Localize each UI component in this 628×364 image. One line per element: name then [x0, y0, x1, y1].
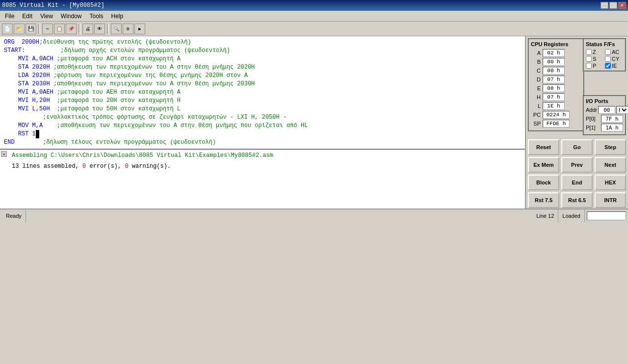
io-p1-value[interactable] [601, 124, 623, 131]
code-comment: ;δήλωση αρχής εντολών προγράμματος (ψευδ… [60, 47, 230, 55]
register-B-label: B [531, 59, 541, 65]
rst65-button[interactable]: Rst 6.5 [561, 192, 593, 208]
toolbar-copy[interactable]: 📋 [54, 24, 65, 34]
content-area: ORG 2000H;διεύθυνση της πρώτης εντολής (… [0, 36, 628, 208]
register-D-value[interactable] [543, 76, 565, 83]
register-PC-value[interactable] [543, 111, 570, 119]
end-button[interactable]: End [561, 175, 593, 190]
prev-button[interactable]: Prev [561, 157, 593, 173]
toolbar-open[interactable]: 📂 [14, 24, 25, 34]
toolbar-new[interactable]: 📄 [2, 24, 13, 34]
menu-help[interactable]: Help [107, 12, 128, 21]
register-D-row: D [531, 76, 581, 83]
register-E-value[interactable] [543, 84, 565, 92]
output-warnings-count: 0 [125, 163, 128, 170]
menu-edit[interactable]: Edit [18, 12, 36, 21]
flag-S-checkbox[interactable] [586, 56, 592, 62]
code-keyword: LDA 2020H [18, 72, 50, 80]
code-comment: ;φόρτωση των περιεχομένων της θέσης μνήμ… [53, 72, 248, 80]
flag-P-label[interactable]: P [586, 63, 604, 69]
register-SP-value[interactable] [543, 120, 570, 128]
editor-pane[interactable]: ORG 2000H;διεύθυνση της πρώτης εντολής (… [0, 36, 525, 150]
io-p0-value[interactable] [601, 115, 623, 123]
code-indent [4, 80, 18, 88]
flag-Z-label[interactable]: Z [586, 49, 604, 55]
flag-IE-checkbox[interactable] [605, 63, 611, 69]
code-comment: ;εναλλακτικός τρόπος φόρτωσης σε ζευγάρι… [43, 113, 287, 122]
toolbar-print[interactable]: 🖨 [82, 24, 93, 34]
register-E-row: E [531, 84, 581, 92]
left-area: ORG 2000H;διεύθυνση της πρώτης εντολής (… [0, 36, 525, 208]
code-comment: ;διεύθυνση της πρώτης εντολής (ψευδοεντο… [39, 38, 191, 47]
register-A-value[interactable] [543, 49, 565, 57]
next-button[interactable]: Next [595, 157, 626, 173]
status-ready-text: Ready [6, 213, 22, 219]
register-H-value[interactable] [543, 93, 565, 101]
close-button[interactable]: ✕ [618, 2, 626, 9]
intr-button[interactable]: INTR [595, 192, 626, 208]
minimize-button[interactable]: _ [601, 2, 608, 9]
register-B-value[interactable] [543, 58, 565, 66]
toolbar-cut[interactable]: ✂ [42, 24, 53, 34]
code-line-13: END ;δήλωση τέλους εντολών προγράμματος … [4, 138, 521, 147]
register-PC-row: PC [531, 111, 581, 119]
register-D-label: D [531, 77, 541, 82]
toolbar-find[interactable]: 🔍 [111, 24, 122, 34]
status-loaded: Loaded [558, 209, 585, 222]
toolbar-assemble[interactable]: ⚙ [123, 24, 133, 34]
code-comment: ;αποθήκευση των περιεχομένων του Α στην … [53, 63, 255, 72]
title-text: 8085 Virtual Kit - [My8085#2] [2, 2, 105, 9]
menu-window[interactable]: Window [57, 12, 86, 21]
code-spacing [50, 97, 57, 105]
flag-AC-label[interactable]: AC [605, 49, 623, 55]
flag-CY-label[interactable]: CY [605, 56, 623, 62]
menu-tools[interactable]: Tools [86, 12, 107, 21]
output-close-button[interactable]: ✕ [1, 151, 7, 157]
toolbar-paste[interactable]: 📌 [66, 24, 77, 34]
toolbar-print-preview[interactable]: 👁 [94, 24, 105, 34]
menu-file[interactable]: File [1, 12, 18, 21]
block-button[interactable]: Block [528, 175, 559, 190]
step-button[interactable]: Step [595, 139, 626, 155]
flag-IE-label[interactable]: IE [605, 63, 623, 69]
flag-Z-checkbox[interactable] [586, 49, 592, 55]
code-line-5: LDA 2020H ;φόρτωση των περιεχομένων της … [4, 72, 521, 80]
status-line-text: Line 12 [536, 213, 554, 219]
toolbar-save[interactable]: 💾 [26, 24, 36, 34]
output-errors-count: 0 [82, 163, 86, 170]
code-comment: ;δήλωση τέλους εντολών προγράμματος (ψευ… [43, 138, 216, 147]
flag-S-label[interactable]: S [586, 56, 604, 62]
io-p0-label: P[0] [586, 116, 600, 122]
register-E-label: E [531, 85, 541, 91]
code-line-1: ORG 2000H;διεύθυνση της πρώτης εντολής (… [4, 38, 521, 47]
register-L-label: L [531, 103, 541, 109]
go-button[interactable]: Go [561, 139, 593, 155]
io-addr-value[interactable] [598, 106, 615, 114]
code-spacing [50, 72, 53, 80]
code-line-8: MVI H,20H ;μεταφορά του 20Η στον καταχωρ… [4, 97, 521, 105]
register-C-value[interactable] [543, 67, 565, 75]
cursor [36, 130, 39, 138]
flag-CY-checkbox[interactable] [605, 56, 611, 62]
code-indent [4, 105, 18, 113]
rst75-button[interactable]: Rst 7.5 [528, 192, 559, 208]
exmem-button[interactable]: Ex Mem [528, 157, 559, 173]
menu-bar: File Edit View Window Tools Help [0, 11, 628, 22]
io-addr-dropdown[interactable]: H [616, 106, 628, 114]
io-p1-row: P[1] [586, 124, 623, 131]
code-comment: ;μεταφορά του ACH στον καταχωρητή Α [57, 55, 181, 63]
code-keyword: STA 2020H [18, 63, 50, 72]
menu-view[interactable]: View [36, 12, 57, 21]
reset-button[interactable]: Reset [528, 139, 559, 155]
code-comment: ;μεταφορά του ΑΕΗ στον καταχωρητή Α [57, 88, 181, 97]
register-L-value[interactable] [543, 102, 565, 110]
btn-row-4: Rst 7.5 Rst 6.5 INTR [528, 192, 626, 208]
status-bar: Ready Line 12 Loaded [0, 208, 628, 222]
toolbar-run[interactable]: ▶ [134, 24, 145, 34]
flag-P-checkbox[interactable] [586, 63, 592, 69]
maximize-button[interactable]: □ [609, 2, 617, 9]
code-line-2: START: ;δήλωση αρχής εντολών προγράμματο… [4, 47, 521, 55]
code-indent [4, 122, 18, 130]
hex-button[interactable]: HEX [595, 175, 626, 190]
flag-AC-checkbox[interactable] [605, 49, 611, 55]
